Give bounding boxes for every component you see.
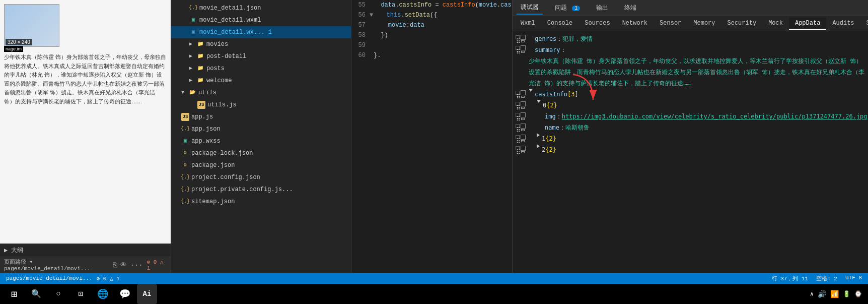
row-controls: ⠿ ▭ (513, 44, 529, 50)
data-value: {2} (545, 133, 556, 144)
file-tree-item[interactable]: {.} app.json (171, 123, 351, 135)
sq-ctrl[interactable]: ▭ (521, 45, 526, 50)
wifi-icon[interactable]: 📶 (830, 290, 839, 298)
dot-ctrl[interactable]: ⠿ (516, 91, 520, 95)
panel-tab-memory[interactable]: Memory (687, 18, 721, 30)
colon: ： (559, 122, 565, 133)
expand-arrow[interactable] (537, 144, 540, 148)
start-button[interactable]: ⊞ (4, 284, 24, 304)
row-body: name ： 哈斯朝鲁 (529, 122, 868, 133)
file-tree-item[interactable]: ▣ movie_detail.wxml (171, 14, 351, 26)
panel-tab-storage[interactable]: Storage (860, 18, 868, 30)
line-num: 55 (351, 0, 370, 10)
ai-button[interactable]: Ai (137, 284, 157, 304)
eye-icon[interactable]: 👁 (120, 261, 127, 269)
data-value: {2} (545, 144, 556, 155)
left-panel-status: 页面路径 ▾ pages/movie_detail/movi... ⎘ 👁 ··… (0, 257, 171, 273)
task-view-button[interactable]: ⊡ (70, 284, 91, 304)
panel-tab-sensor[interactable]: Sensor (654, 18, 687, 30)
file-name: package-lock.json (191, 148, 253, 158)
folder-arrow: ▶ (189, 64, 195, 74)
file-tree-item[interactable]: JS app.js (171, 111, 351, 123)
file-tree-item[interactable]: {.} movie_detail.json (171, 2, 351, 14)
row-body: img ： https://img3.doubanio.com/view/cel… (529, 111, 868, 122)
json-icon: {.} (181, 186, 189, 194)
data-key: summary (535, 44, 560, 55)
dot-ctrl[interactable]: ⠿ (516, 124, 520, 128)
edge-icon: 🌐 (97, 288, 108, 299)
file-tree-item[interactable]: ⚙ package.json (171, 159, 351, 171)
sq-ctrl[interactable]: ▭ (521, 90, 526, 95)
panel-tab-mock[interactable]: Mock (762, 18, 789, 30)
dot-ctrl[interactable]: ⠿ (516, 135, 520, 139)
left-panel-body: 320 × 240 nage.im 少年铁木真（陈伟霆 饰）身为部落首领之子，年… (0, 0, 171, 244)
search-taskbar-icon: 🔍 (31, 289, 41, 299)
status-path: pages/movie_detail/movi... (6, 275, 93, 281)
row-controls: ⠿ ▭ (513, 89, 529, 95)
row-controls: ⠿ ▭ (513, 122, 529, 129)
sq-ctrl[interactable]: ▭ (521, 112, 526, 117)
wechat-dev-button[interactable]: 💬 (115, 284, 135, 304)
sq-ctrl[interactable]: ▭ (521, 101, 526, 106)
issues-badge: 1 (572, 6, 580, 11)
dot-ctrl[interactable]: ⠿ (516, 35, 520, 39)
dot-ctrl[interactable]: ⠿ (516, 113, 520, 117)
panel-tab-wxml[interactable]: Wxml (515, 18, 541, 30)
sq-ctrl[interactable]: ▭ (521, 146, 526, 151)
tab-debugger[interactable]: 调试器 (517, 1, 543, 15)
file-tree-folder[interactable]: ▶ 📁 movies (171, 38, 351, 50)
status-position: 行 37，列 11 (772, 275, 809, 282)
dot-ctrl[interactable]: ⠿ (516, 146, 520, 150)
copy-icon[interactable]: ⎘ (113, 261, 117, 269)
code-line-55: 55 data.castsInfo = castsInfo(movie.cast… (351, 0, 512, 10)
volume-icon[interactable]: 🔊 (818, 290, 826, 298)
file-tree-folder[interactable]: ▶ 📁 posts (171, 63, 351, 75)
panel-tab-sources[interactable]: Sources (578, 18, 616, 30)
sq-ctrl[interactable]: ▭ (521, 124, 526, 129)
more-icon[interactable]: ··· (130, 261, 142, 269)
line-content (370, 40, 512, 50)
file-tree-item[interactable]: ⚙ package-lock.json (171, 147, 351, 159)
expand-arrow[interactable] (529, 89, 533, 92)
tab-terminal[interactable]: 终端 (620, 2, 640, 14)
panel-tab-audits[interactable]: Audits (826, 18, 860, 30)
cortana-button[interactable]: ○ (48, 284, 68, 304)
tab-issues[interactable]: 问题 1 (551, 2, 584, 14)
folder-name: post-detail (206, 51, 246, 62)
sq-ctrl[interactable]: ▭ (521, 135, 526, 140)
file-tree-item[interactable]: {.} sitemap.json (171, 196, 351, 208)
file-tree-item[interactable]: {.} project.private.config.js... (171, 184, 351, 196)
json-gear-icon: ⚙ (181, 161, 189, 169)
sq-ctrl[interactable]: ▭ (521, 35, 526, 40)
file-tree-folder[interactable]: ▶ 📁 post-detail (171, 50, 351, 63)
expand-arrow[interactable] (537, 100, 541, 103)
folder-arrow-open: ▼ (181, 88, 187, 98)
wxss-icon: ▣ (189, 28, 197, 36)
battery-icon[interactable]: 🔋 (843, 290, 850, 298)
row-controls: ⠿ ▭ (513, 111, 529, 117)
edge-button[interactable]: 🌐 (93, 284, 113, 304)
panel-tab-appdata[interactable]: AppData (789, 18, 826, 30)
outline-section[interactable]: ▶ 大纲 (0, 244, 171, 257)
task-view-icon: ⊡ (78, 289, 83, 299)
file-name: sitemap.json (191, 197, 235, 207)
file-tree-item[interactable]: JS utils.js (171, 99, 351, 111)
data-entry-name: ⠿ ▭ name ： 哈斯朝鲁 (513, 122, 868, 133)
chevron-up-icon[interactable]: ∧ (810, 290, 814, 298)
tab-output[interactable]: 输出 (592, 2, 612, 14)
file-tree-item[interactable]: {.} project.config.json (171, 171, 351, 184)
folder-open-icon: 📂 (188, 89, 196, 97)
file-tree-item-active[interactable]: ▣ movie_detail.wx... 1 (171, 26, 351, 38)
panel-tab-security[interactable]: Security (721, 18, 763, 30)
expand-arrow[interactable] (537, 133, 540, 137)
dot-ctrl[interactable]: ⠿ (516, 46, 520, 50)
search-taskbar-button[interactable]: 🔍 (26, 284, 46, 304)
file-tree-folder-open[interactable]: ▼ 📂 utils (171, 87, 351, 99)
panel-tab-network[interactable]: Network (616, 18, 654, 30)
panel-tab-console[interactable]: Console (541, 18, 578, 30)
img-link[interactable]: https://img3.doubanio.com/view/celebrity… (562, 111, 867, 122)
file-tree-item[interactable]: ▣ app.wxss (171, 135, 351, 147)
code-line-59: 59 (351, 40, 512, 50)
dot-ctrl[interactable]: ⠿ (516, 102, 520, 106)
file-tree-folder[interactable]: ▶ 📁 welcome (171, 75, 351, 87)
